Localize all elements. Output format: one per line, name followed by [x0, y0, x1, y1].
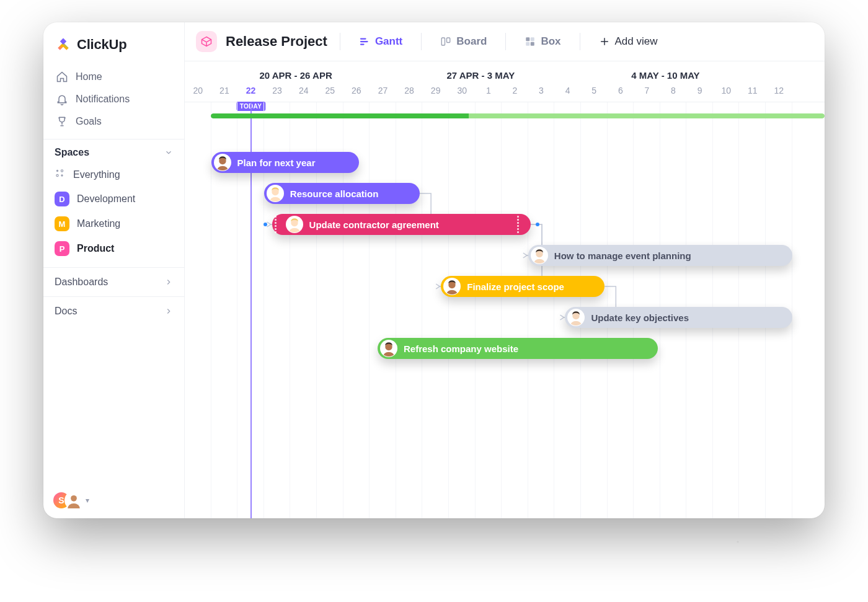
day-cell[interactable]: 5	[581, 81, 608, 102]
home-icon	[56, 71, 68, 83]
task-label: Finalize project scope	[467, 281, 564, 292]
task-label: Refresh company website	[404, 343, 518, 354]
timeline-header: 20 APR - 26 APR27 APR - 3 MAY4 MAY - 10 …	[185, 61, 825, 102]
day-cell[interactable]: 25	[317, 81, 343, 102]
day-cell[interactable]: 29	[422, 81, 449, 102]
chevron-right-icon	[164, 307, 173, 316]
overall-progress	[211, 113, 825, 118]
assignee-avatar[interactable]	[443, 278, 461, 295]
view-tab-box[interactable]: Box	[518, 32, 567, 51]
day-cell[interactable]: 12	[766, 81, 792, 102]
day-cell[interactable]: 7	[634, 81, 660, 102]
day-cell[interactable]: 10	[713, 81, 740, 102]
board-icon	[440, 36, 451, 47]
svg-rect-7	[447, 38, 450, 43]
add-view-button[interactable]: Add view	[593, 32, 664, 51]
gantt-icon	[359, 36, 370, 47]
spaces-header[interactable]: Spaces	[43, 139, 184, 163]
view-label: Box	[541, 35, 560, 48]
assignee-avatar[interactable]	[531, 247, 548, 264]
svg-point-2	[56, 174, 58, 176]
day-cell[interactable]: 6	[608, 81, 634, 102]
plus-icon	[599, 36, 610, 47]
day-cell[interactable]: 30	[449, 81, 476, 102]
sidebar-item-everything[interactable]: Everything	[43, 163, 184, 187]
svg-rect-9	[531, 37, 534, 41]
day-cell[interactable]: 8	[660, 81, 687, 102]
day-cell[interactable]: 22	[237, 81, 264, 102]
nav-label: Goals	[76, 116, 102, 127]
sidebar-space-product[interactable]: P Product	[43, 236, 184, 261]
svg-rect-11	[531, 42, 534, 46]
task-label: Update contractor agreement	[309, 219, 439, 230]
assignee-avatar[interactable]	[567, 309, 585, 326]
svg-rect-6	[442, 38, 445, 45]
nav-label: Home	[76, 71, 102, 82]
drag-handle-icon[interactable]	[275, 216, 280, 233]
day-cell[interactable]: 20	[185, 81, 211, 102]
spaces-header-label: Spaces	[55, 147, 89, 158]
day-cell[interactable]: 2	[502, 81, 528, 102]
chevron-down-icon	[164, 148, 173, 157]
app-window: ClickUp Home Notifications Goals	[43, 22, 825, 518]
day-cell[interactable]: 27	[370, 81, 396, 102]
day-cell[interactable]: 28	[396, 81, 423, 102]
add-view-label: Add view	[615, 35, 658, 48]
task-label: How to manage event planning	[554, 250, 691, 261]
nav-goals[interactable]: Goals	[50, 110, 178, 133]
day-cell[interactable]: 24	[290, 81, 317, 102]
assignee-avatar[interactable]	[286, 216, 303, 233]
assignee-avatar[interactable]	[267, 185, 284, 202]
nav-home[interactable]: Home	[50, 66, 178, 88]
week-label: 27 APR - 3 MAY	[388, 70, 573, 81]
sidebar-user[interactable]: S ▾	[52, 491, 89, 510]
day-cell[interactable]: 26	[343, 81, 370, 102]
sidebar-docs[interactable]: Docs	[43, 296, 184, 325]
sidebar-space-development[interactable]: D Development	[43, 187, 184, 211]
task-bar[interactable]: Finalize project scope	[441, 276, 604, 297]
view-tab-board[interactable]: Board	[434, 32, 493, 51]
day-cell[interactable]: 23	[264, 81, 291, 102]
gantt-chart[interactable]: Plan for next year Resource allocation U…	[185, 102, 825, 518]
space-badge: P	[55, 241, 69, 256]
row-label: Docs	[55, 306, 77, 317]
dependency-dot[interactable]	[264, 223, 267, 226]
assignee-avatar[interactable]	[214, 154, 231, 171]
assignee-avatar[interactable]	[380, 340, 397, 357]
dependency-dot[interactable]	[536, 223, 539, 226]
day-cell[interactable]: 3	[528, 81, 555, 102]
sidebar: ClickUp Home Notifications Goals	[43, 22, 185, 518]
view-label: Board	[456, 35, 487, 48]
day-cell[interactable]: 21	[211, 81, 238, 102]
sidebar-space-marketing[interactable]: M Marketing	[43, 211, 184, 236]
task-bar[interactable]: How to manage event planning	[528, 245, 792, 266]
week-label: 20 APR - 26 APR	[203, 70, 388, 81]
day-cell[interactable]: 4	[554, 81, 581, 102]
cube-icon	[200, 35, 213, 48]
task-bar[interactable]: Plan for next year	[211, 152, 360, 173]
sidebar-dashboards[interactable]: Dashboards	[43, 268, 184, 296]
task-bar[interactable]: Update key objectives	[565, 307, 792, 328]
project-icon[interactable]	[196, 31, 217, 52]
main: Release Project Gantt Board Box	[185, 22, 825, 518]
task-bar[interactable]: Resource allocation	[264, 183, 420, 204]
brand-name: ClickUp	[77, 37, 127, 53]
day-cell[interactable]: 1	[476, 81, 502, 102]
view-tab-gantt[interactable]: Gantt	[353, 32, 409, 51]
trophy-icon	[56, 115, 68, 128]
divider	[421, 33, 422, 50]
task-bar[interactable]: Refresh company website	[378, 338, 658, 359]
view-label: Gantt	[375, 35, 402, 48]
drag-handle-icon[interactable]	[517, 216, 522, 233]
row-label: Dashboards	[55, 277, 108, 288]
space-label: Marketing	[77, 218, 120, 229]
bell-icon	[56, 93, 68, 105]
user-avatar-photo	[64, 491, 83, 510]
day-cell[interactable]: 9	[686, 81, 713, 102]
day-cell[interactable]: 11	[739, 81, 766, 102]
nav-notifications[interactable]: Notifications	[50, 88, 178, 110]
task-bar[interactable]: Update contractor agreement	[272, 214, 531, 235]
divider	[340, 33, 340, 50]
brand-logo[interactable]: ClickUp	[43, 22, 184, 64]
divider	[505, 33, 506, 50]
